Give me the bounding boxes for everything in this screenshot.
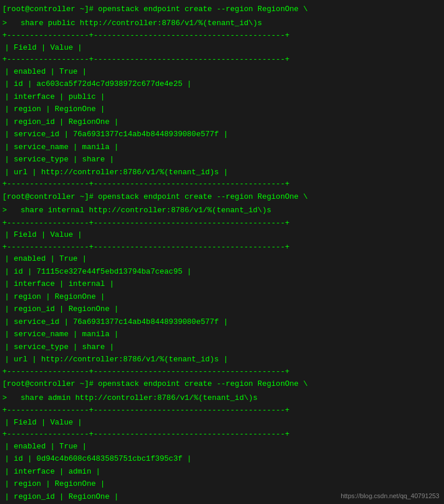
table-2: +------------------+--------------------… [0,218,444,378]
table-row: | service_id | 76a6931377c14ab4b84489390… [2,128,442,141]
table-row: | enabled | True | [2,440,442,453]
table-row: | id | 0d94c4b608c6483585751cbc1f395c3f … [2,453,442,465]
cmd-line-3a: [root@controller ~]# openstack endpoint … [0,377,444,391]
table-row: | service_name | manila | [2,328,442,341]
table-row: | service_id | 76a6931377c14ab4b84489390… [2,316,442,329]
table-row: | id | 71115ce327e44f5ebd13794ba7ceac95 … [2,265,442,278]
table-row: | url | http://controller:8786/v1/%(tena… [2,166,442,179]
table-row: | service_name | manila | [2,141,442,154]
cmd-line-2b: > share internal http://controller:8786/… [0,203,444,218]
table-3: +------------------+--------------------… [0,405,444,504]
cmd-line-2a: [root@controller ~]# openstack endpoint … [0,190,444,204]
table-row: | enabled | True | [2,253,442,265]
table-row: | interface | public | [2,91,442,103]
table-row: | interface | admin | [2,465,442,478]
table-row: | region_id | RegionOne | [2,303,442,316]
table-row: | region | RegionOne | [2,291,442,303]
table-row: | service_type | share | [2,341,442,354]
table-row: | service_type | share | [2,153,442,166]
cmd-line-3b: > share admin http://controller:8786/v1/… [0,391,444,405]
table-1: +------------------+--------------------… [0,30,444,190]
table-row: | url | http://controller:8786/v1/%(tena… [2,353,442,366]
cmd-line-1a: [root@controller ~]# openstack endpoint … [0,2,444,16]
table-row: | region | RegionOne | [2,478,442,491]
cmd-line-1b: > share public http://controller:8786/v1… [0,16,444,30]
table-row: | region_id | RegionOne | [2,116,442,129]
table-row: | region | RegionOne | [2,103,442,116]
table-row: | enabled | True | [2,65,442,78]
terminal: [root@controller ~]# openstack endpoint … [0,0,444,504]
table-row: | id | ac603ca5f72d4c7d938972c677de4e25 … [2,78,442,91]
watermark: https://blog.csdn.net/qq_40791253 [341,492,439,499]
table-row: | interface | internal | [2,278,442,291]
